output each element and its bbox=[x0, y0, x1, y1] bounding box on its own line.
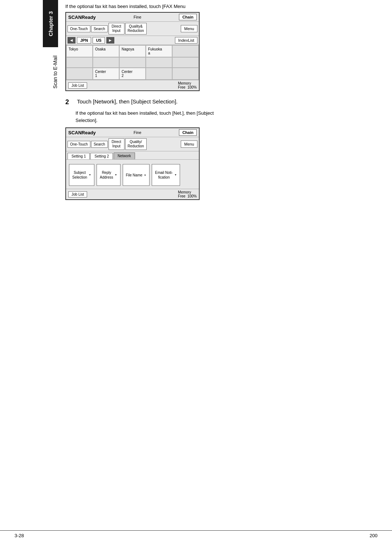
panel1-nav-right[interactable]: ► bbox=[106, 37, 114, 44]
addr-cell-center1[interactable]: Center1 bbox=[93, 68, 119, 79]
footer-right: 200 bbox=[369, 533, 377, 538]
panel1-indexlist-btn[interactable]: IndexList bbox=[175, 37, 197, 44]
top-text: If the optional fax kit has been install… bbox=[65, 4, 385, 9]
panel1-quality-btn[interactable]: Quality&Reduction bbox=[125, 23, 147, 34]
addr-cell-empty-7 bbox=[66, 68, 93, 79]
addr-cell-center2[interactable]: Center2 bbox=[119, 68, 146, 79]
addr-cell-empty-6 bbox=[172, 57, 199, 68]
panel2-joblist-btn[interactable]: Job List bbox=[68, 191, 87, 197]
panel2-tabs: Setting 1 Setting 2 Network bbox=[66, 151, 199, 160]
addr-cell-empty-9 bbox=[172, 68, 199, 79]
step2-section: 2 Touch [Network], then [Subject Selecti… bbox=[65, 98, 385, 106]
panel2-quality: Fine bbox=[134, 130, 141, 135]
panel2-options: SubjectSelection ReplyAddress File Name … bbox=[66, 160, 199, 189]
panel1-title: SCANReady bbox=[68, 15, 96, 20]
panel2-direct-btn[interactable]: DirectInput bbox=[109, 138, 124, 150]
panel1-onetouch-btn[interactable]: One-Touch bbox=[68, 25, 90, 32]
addr-cell-osaka[interactable]: Osaka bbox=[93, 45, 119, 57]
panel1-jpn[interactable]: JPN bbox=[77, 37, 91, 44]
panel1-menu-btn[interactable]: Menu bbox=[181, 25, 197, 32]
panel2-onetouch-btn[interactable]: One-Touch bbox=[68, 141, 90, 148]
email-notification-btn[interactable]: Email Noti-fication bbox=[152, 164, 180, 186]
panel1-nav: ◄ JPN US ► IndexList bbox=[66, 36, 199, 45]
panel1-us[interactable]: US bbox=[93, 37, 105, 44]
panel2-quality-btn[interactable]: Quality/Reduction bbox=[125, 138, 147, 150]
panel2-search-btn[interactable]: Search bbox=[91, 141, 108, 148]
panel1-footer: Job List MemoryFree 100% bbox=[66, 80, 199, 90]
addr-cell-empty-8 bbox=[146, 68, 172, 79]
scan-label: Scan to E-Mail bbox=[52, 50, 58, 94]
panel2-memory: MemoryFree 100% bbox=[178, 190, 197, 198]
panel1-chain-btn[interactable]: Chain bbox=[179, 14, 197, 20]
main-content: If the optional fax kit has been install… bbox=[58, 0, 392, 222]
addr-cell-nagoya[interactable]: Nagoya bbox=[119, 45, 146, 57]
panel2-toolbar: One-Touch Search DirectInput Quality/Red… bbox=[66, 137, 199, 151]
panel1-joblist-btn[interactable]: Job List bbox=[68, 82, 87, 89]
step2-subtext: If the optional fax kit has been install… bbox=[75, 110, 385, 124]
step2-number: 2 bbox=[65, 98, 75, 106]
panel2-menu-btn[interactable]: Menu bbox=[181, 140, 197, 148]
subject-selection-btn[interactable]: SubjectSelection bbox=[69, 164, 94, 186]
scanner-panel-1: SCANReady Fine Chain One-Touch Search Di… bbox=[65, 12, 200, 91]
addr-cell-empty-2 bbox=[66, 57, 93, 68]
reply-address-btn[interactable]: ReplyAddress bbox=[97, 164, 121, 186]
panel1-search-btn[interactable]: Search bbox=[91, 25, 108, 32]
addr-cell-tokyo[interactable]: Tokyo bbox=[66, 45, 93, 57]
panel1-memory: MemoryFree 100% bbox=[178, 81, 197, 89]
footer-page-number: 3-28 bbox=[15, 533, 24, 538]
page-container: Chapter 3 Scan to E-Mail If the optional… bbox=[0, 0, 392, 555]
panel2-chain-btn[interactable]: Chain bbox=[179, 129, 197, 136]
sidebar: Chapter 3 Scan to E-Mail bbox=[0, 0, 58, 123]
panel2-footer: Job List MemoryFree 100% bbox=[66, 189, 199, 199]
addr-cell-empty-4 bbox=[119, 57, 146, 68]
chapter-label: Chapter 3 bbox=[43, 0, 58, 47]
panel2-header: SCANReady Fine Chain bbox=[66, 128, 199, 137]
scanner-panel-2: SCANReady Fine Chain One-Touch Search Di… bbox=[65, 127, 200, 200]
addr-cell-fukuoka[interactable]: Fukuokaa bbox=[146, 45, 172, 57]
addr-cell-empty-5 bbox=[146, 57, 172, 68]
panel1-nav-left[interactable]: ◄ bbox=[68, 37, 75, 44]
file-name-btn[interactable]: File Name bbox=[123, 164, 150, 186]
addr-cell-empty-3 bbox=[93, 57, 119, 68]
tab-network[interactable]: Network bbox=[114, 152, 135, 159]
panel1-quality: Fine bbox=[134, 15, 141, 19]
panel1-toolbar: One-Touch Search DirectInput Quality&Red… bbox=[66, 22, 199, 36]
panel1-address-grid: Tokyo Osaka Nagoya Fukuokaa Center1 Cent… bbox=[66, 45, 199, 80]
panel1-direct-btn[interactable]: DirectInput bbox=[109, 23, 124, 34]
tab-setting2[interactable]: Setting 2 bbox=[90, 153, 113, 159]
step2-instruction: Touch [Network], then [Subject Selection… bbox=[77, 98, 178, 105]
page-footer: 3-28 200 bbox=[0, 530, 392, 540]
addr-cell-empty-1 bbox=[172, 45, 199, 57]
tab-setting1[interactable]: Setting 1 bbox=[68, 153, 90, 159]
panel1-header: SCANReady Fine Chain bbox=[66, 13, 199, 22]
panel2-title: SCANReady bbox=[68, 130, 96, 135]
